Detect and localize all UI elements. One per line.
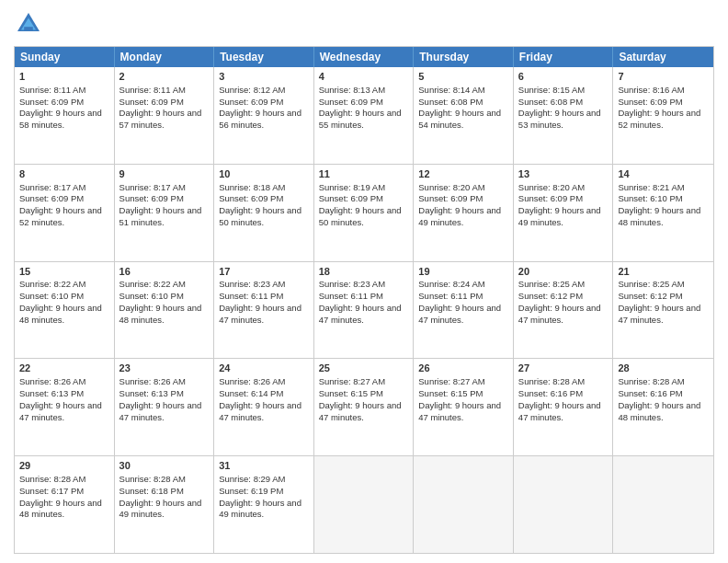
sunset-label: Sunset: 6:09 PM: [219, 193, 283, 203]
day-header-saturday: Saturday: [613, 47, 713, 67]
day-number: 19: [418, 265, 508, 279]
day-cell-19: 19Sunrise: 8:24 AMSunset: 6:11 PMDayligh…: [414, 262, 514, 359]
sunset-label: Sunset: 6:15 PM: [418, 388, 483, 398]
day-cell-31: 31Sunrise: 8:29 AMSunset: 6:19 PMDayligh…: [214, 456, 314, 553]
page: SundayMondayTuesdayWednesdayThursdayFrid…: [0, 0, 728, 563]
day-cell-empty: [514, 456, 614, 553]
day-cell-13: 13Sunrise: 8:20 AMSunset: 6:09 PMDayligh…: [514, 165, 614, 261]
day-cell-7: 7Sunrise: 8:16 AMSunset: 6:09 PMDaylight…: [613, 67, 713, 164]
sunrise-label: Sunrise: 8:24 AM: [418, 279, 484, 289]
daylight-label: Daylight: 9 hours and 47 minutes.: [219, 303, 301, 325]
sunset-label: Sunset: 6:12 PM: [618, 291, 682, 301]
day-cell-23: 23Sunrise: 8:26 AMSunset: 6:13 PMDayligh…: [115, 359, 215, 455]
daylight-label: Daylight: 9 hours and 47 minutes.: [319, 303, 402, 325]
day-number: 31: [219, 459, 309, 473]
sunrise-label: Sunrise: 8:14 AM: [418, 85, 484, 95]
day-number: 6: [518, 70, 609, 84]
day-header-sunday: Sunday: [15, 47, 115, 67]
sunrise-label: Sunrise: 8:23 AM: [219, 279, 285, 289]
day-number: 27: [518, 362, 609, 375]
day-cell-empty: [414, 456, 514, 553]
day-cell-8: 8Sunrise: 8:17 AMSunset: 6:09 PMDaylight…: [15, 165, 115, 261]
sunrise-label: Sunrise: 8:22 AM: [119, 279, 186, 289]
sunset-label: Sunset: 6:12 PM: [518, 291, 583, 301]
sunrise-label: Sunrise: 8:19 AM: [319, 182, 385, 192]
logo-icon: [14, 9, 43, 39]
day-number: 14: [618, 167, 709, 181]
day-cell-21: 21Sunrise: 8:25 AMSunset: 6:12 PMDayligh…: [613, 262, 713, 359]
sunset-label: Sunset: 6:15 PM: [319, 388, 383, 398]
day-header-friday: Friday: [514, 47, 614, 67]
sunrise-label: Sunrise: 8:26 AM: [219, 376, 285, 386]
daylight-label: Daylight: 9 hours and 53 minutes.: [518, 108, 601, 130]
day-cell-27: 27Sunrise: 8:28 AMSunset: 6:16 PMDayligh…: [514, 359, 614, 455]
day-header-thursday: Thursday: [414, 47, 514, 67]
sunrise-label: Sunrise: 8:15 AM: [518, 85, 585, 95]
sunset-label: Sunset: 6:17 PM: [19, 486, 84, 496]
day-cell-29: 29Sunrise: 8:28 AMSunset: 6:17 PMDayligh…: [15, 456, 115, 553]
day-cell-26: 26Sunrise: 8:27 AMSunset: 6:15 PMDayligh…: [414, 359, 514, 455]
daylight-label: Daylight: 9 hours and 58 minutes.: [19, 108, 102, 130]
sunset-label: Sunset: 6:13 PM: [119, 388, 184, 398]
day-number: 26: [418, 362, 508, 375]
day-number: 23: [119, 362, 210, 375]
sunset-label: Sunset: 6:11 PM: [219, 291, 283, 301]
day-number: 2: [119, 70, 210, 84]
sunrise-label: Sunrise: 8:18 AM: [219, 182, 285, 192]
day-cell-4: 4Sunrise: 8:13 AMSunset: 6:09 PMDaylight…: [314, 67, 415, 164]
day-number: 29: [19, 459, 109, 473]
calendar-body: 1Sunrise: 8:11 AMSunset: 6:09 PMDaylight…: [15, 67, 713, 553]
sunrise-label: Sunrise: 8:28 AM: [119, 474, 186, 484]
week-row-5: 29Sunrise: 8:28 AMSunset: 6:17 PMDayligh…: [15, 456, 713, 553]
day-cell-25: 25Sunrise: 8:27 AMSunset: 6:15 PMDayligh…: [314, 359, 415, 455]
sunrise-label: Sunrise: 8:20 AM: [418, 182, 484, 192]
day-cell-6: 6Sunrise: 8:15 AMSunset: 6:08 PMDaylight…: [514, 67, 614, 164]
day-number: 20: [518, 265, 609, 279]
sunset-label: Sunset: 6:10 PM: [618, 193, 682, 203]
day-header-tuesday: Tuesday: [214, 47, 314, 67]
daylight-label: Daylight: 9 hours and 47 minutes.: [518, 400, 601, 422]
sunrise-label: Sunrise: 8:28 AM: [518, 376, 585, 386]
sunrise-label: Sunrise: 8:23 AM: [319, 279, 385, 289]
day-cell-15: 15Sunrise: 8:22 AMSunset: 6:10 PMDayligh…: [15, 262, 115, 359]
sunrise-label: Sunrise: 8:25 AM: [618, 279, 684, 289]
daylight-label: Daylight: 9 hours and 50 minutes.: [319, 205, 402, 227]
header: [14, 9, 714, 39]
day-number: 28: [618, 362, 709, 375]
day-cell-2: 2Sunrise: 8:11 AMSunset: 6:09 PMDaylight…: [115, 67, 215, 164]
logo: [14, 9, 49, 39]
daylight-label: Daylight: 9 hours and 49 minutes.: [518, 205, 601, 227]
day-cell-20: 20Sunrise: 8:25 AMSunset: 6:12 PMDayligh…: [514, 262, 614, 359]
daylight-label: Daylight: 9 hours and 48 minutes.: [618, 205, 700, 227]
day-header-wednesday: Wednesday: [314, 47, 415, 67]
sunrise-label: Sunrise: 8:13 AM: [319, 85, 385, 95]
sunrise-label: Sunrise: 8:20 AM: [518, 182, 585, 192]
daylight-label: Daylight: 9 hours and 47 minutes.: [618, 303, 700, 325]
day-number: 1: [19, 70, 109, 84]
sunrise-label: Sunrise: 8:26 AM: [119, 376, 186, 386]
day-number: 18: [319, 265, 409, 279]
calendar-header: SundayMondayTuesdayWednesdayThursdayFrid…: [15, 47, 713, 67]
daylight-label: Daylight: 9 hours and 47 minutes.: [19, 400, 102, 422]
sunrise-label: Sunrise: 8:28 AM: [618, 376, 684, 386]
daylight-label: Daylight: 9 hours and 52 minutes.: [618, 108, 700, 130]
day-cell-12: 12Sunrise: 8:20 AMSunset: 6:09 PMDayligh…: [414, 165, 514, 261]
day-cell-24: 24Sunrise: 8:26 AMSunset: 6:14 PMDayligh…: [214, 359, 314, 455]
sunrise-label: Sunrise: 8:28 AM: [19, 474, 85, 484]
sunset-label: Sunset: 6:10 PM: [19, 291, 84, 301]
day-number: 21: [618, 265, 709, 279]
week-row-2: 8Sunrise: 8:17 AMSunset: 6:09 PMDaylight…: [15, 165, 713, 262]
sunrise-label: Sunrise: 8:29 AM: [219, 474, 285, 484]
sunset-label: Sunset: 6:09 PM: [518, 193, 583, 203]
day-number: 10: [219, 167, 309, 181]
day-header-monday: Monday: [115, 47, 215, 67]
day-number: 5: [418, 70, 508, 84]
sunset-label: Sunset: 6:09 PM: [319, 193, 383, 203]
daylight-label: Daylight: 9 hours and 48 minutes.: [19, 303, 102, 325]
day-number: 17: [219, 265, 309, 279]
day-number: 16: [119, 265, 210, 279]
day-number: 7: [618, 70, 709, 84]
sunset-label: Sunset: 6:11 PM: [319, 291, 383, 301]
day-number: 9: [119, 167, 210, 181]
day-cell-empty: [613, 456, 713, 553]
